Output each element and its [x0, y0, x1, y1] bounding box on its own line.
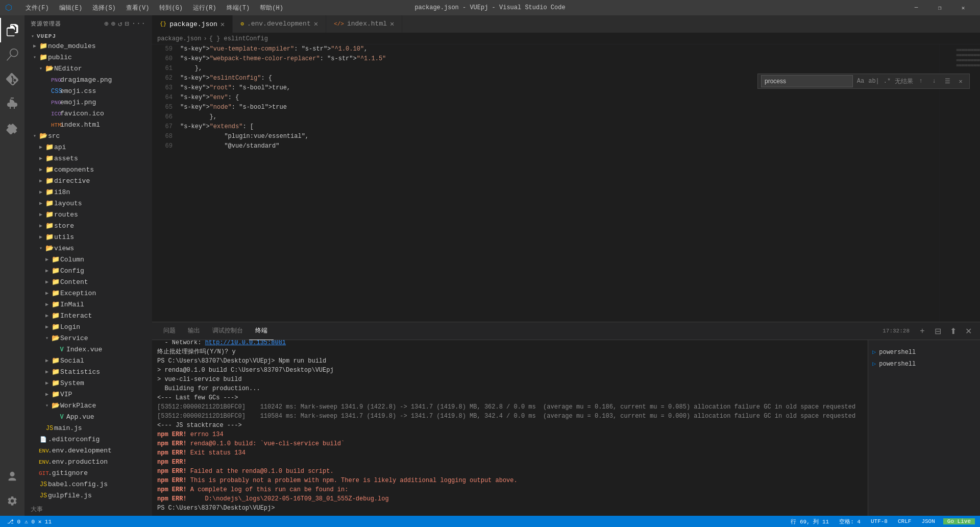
tree-item-App.vue[interactable]: VApp.vue — [24, 411, 152, 422]
extensions-activity-icon[interactable] — [0, 116, 24, 140]
search-prev-button[interactable]: ↑ — [915, 76, 926, 87]
breadcrumb-part1[interactable]: package.json — [157, 35, 201, 42]
explorer-activity-icon[interactable] — [0, 18, 24, 42]
tree-item-VIP[interactable]: ▶📁VIP — [24, 389, 152, 400]
tab-debug-console[interactable]: 调试控制台 — [206, 322, 249, 340]
settings-activity-icon[interactable] — [0, 489, 24, 513]
tree-item-utils[interactable]: ▶📁utils — [24, 231, 152, 243]
tree-root[interactable]: ▾ VUEPJ — [24, 32, 152, 40]
menu-edit[interactable]: 编辑(E) — [54, 2, 88, 14]
tree-item-Column[interactable]: ▶📁Column — [24, 254, 152, 265]
tab-close-button[interactable]: ✕ — [220, 20, 225, 29]
tree-item-src[interactable]: ▾📂src — [24, 130, 152, 141]
menu-file[interactable]: 文件(F) — [20, 2, 54, 14]
git-activity-icon[interactable] — [0, 67, 24, 91]
status-language[interactable]: JSON — [919, 518, 937, 524]
search-next-button[interactable]: ↓ — [928, 76, 940, 87]
menu-goto[interactable]: 转到(G) — [154, 2, 188, 14]
tree-item-index.html[interactable]: HTMLindex.html — [24, 119, 152, 130]
new-folder-icon[interactable]: ⊕ — [111, 19, 115, 28]
tree-item-.gitignore[interactable]: GIT.gitignore — [24, 467, 152, 478]
tab-terminal[interactable]: 终端 — [249, 322, 274, 340]
tree-item-Index.vue[interactable]: VIndex.vue — [24, 344, 152, 355]
maximize-button[interactable]: ❐ — [928, 0, 951, 15]
collapse-all-icon[interactable]: ⊟ — [125, 19, 129, 28]
tree-item-Content[interactable]: ▶📁Content — [24, 276, 152, 288]
status-encoding[interactable]: UTF-8 — [869, 518, 890, 524]
terminal-content[interactable]: DONECompiled successfully in 1205ms App … — [152, 340, 868, 516]
tree-item-NEditor[interactable]: ▾📂NEditor — [24, 63, 152, 74]
menu-help[interactable]: 帮助(H) — [255, 2, 288, 14]
tab-index-html[interactable]: </>index.html✕ — [326, 15, 402, 33]
search-expand-button[interactable]: ☰ — [942, 76, 953, 87]
tree-item-.env.production[interactable]: ENV.env.production — [24, 456, 152, 467]
breadcrumb-part2[interactable]: { } eslintConfig — [209, 35, 268, 42]
tree-item-store[interactable]: ▶📁store — [24, 220, 152, 231]
tree-item-Statistics[interactable]: ▶📁Statistics — [24, 366, 152, 377]
tree-item-System[interactable]: ▶📁System — [24, 377, 152, 389]
match-word-button[interactable]: ab| — [868, 76, 879, 87]
account-activity-icon[interactable] — [0, 464, 24, 489]
menu-terminal[interactable]: 终端(T) — [222, 2, 255, 14]
tree-item-directive[interactable]: ▶📁directive — [24, 175, 152, 186]
tree-item-Service[interactable]: ▾📂Service — [24, 332, 152, 344]
search-activity-icon[interactable] — [0, 42, 24, 67]
menu-select[interactable]: 选择(S) — [87, 2, 121, 14]
status-spaces[interactable]: 空格: 4 — [837, 518, 863, 525]
tree-item-favicon.ico[interactable]: ICOfavicon.ico — [24, 108, 152, 119]
tab-close-button[interactable]: ✕ — [390, 19, 394, 28]
tree-item-views[interactable]: ▾📂views — [24, 243, 152, 254]
tree-item-public[interactable]: ▾📁public — [24, 52, 152, 63]
tab-close-button[interactable]: ✕ — [314, 19, 318, 28]
status-golive[interactable]: Go Live — [943, 518, 975, 524]
status-position[interactable]: 行 69, 列 11 — [789, 518, 831, 525]
tree-item-WorkPlace[interactable]: ▾📂WorkPlace — [24, 400, 152, 411]
new-file-icon[interactable]: ⊕ — [104, 19, 109, 28]
terminal-link[interactable]: http://10.0.0.135:8081 — [205, 340, 286, 346]
regex-button[interactable]: .* — [881, 76, 893, 87]
tab-env-dev[interactable]: ⚙.env.development✕ — [233, 15, 326, 33]
minimize-button[interactable]: ─ — [904, 0, 928, 15]
tree-item-emoji.css[interactable]: CSSemoji.css — [24, 85, 152, 97]
tree-item-.env.development[interactable]: ENV.env.development — [24, 445, 152, 456]
new-terminal-button[interactable]: + — [916, 324, 929, 338]
tree-item-gulpfile.js[interactable]: JSgulpfile.js — [24, 490, 152, 501]
refresh-icon[interactable]: ↺ — [118, 19, 122, 28]
search-close-button[interactable]: ✕ — [955, 76, 966, 87]
menu-view[interactable]: 查看(V) — [121, 2, 155, 14]
tab-package-json[interactable]: {}package.json✕ — [152, 15, 233, 33]
panel-close-button[interactable]: ✕ — [962, 324, 975, 338]
tree-item-Interact[interactable]: ▶📁Interact — [24, 310, 152, 321]
status-line-ending[interactable]: CRLF — [896, 518, 913, 524]
tree-item-layouts[interactable]: ▶📁layouts — [24, 198, 152, 209]
match-case-button[interactable]: Aa — [855, 76, 866, 87]
tab-problems[interactable]: 问题 — [157, 322, 182, 340]
terminal-list-item-0[interactable]: ▷powershell — [868, 346, 980, 358]
status-branch[interactable]: ⎇ 0 — [5, 518, 22, 525]
tree-item-routes[interactable]: ▶📁routes — [24, 209, 152, 220]
tree-item-components[interactable]: ▶📁components — [24, 164, 152, 175]
search-input[interactable] — [761, 75, 853, 87]
split-terminal-button[interactable]: ⊟ — [931, 324, 944, 338]
tree-item-i18n[interactable]: ▶📁i18n — [24, 186, 152, 198]
tree-item-assets[interactable]: ▶📁assets — [24, 153, 152, 164]
status-errors[interactable]: ⚠ 0 ✕ 11 — [22, 518, 54, 525]
tree-item-Config[interactable]: ▶📁Config — [24, 265, 152, 276]
tree-item-node_modules[interactable]: ▶📁node_modules — [24, 40, 152, 52]
tree-item-dragimage.png[interactable]: PNGdragimage.png — [24, 74, 152, 85]
tree-item-Social[interactable]: ▶📁Social — [24, 355, 152, 366]
tree-item-babel.config.js[interactable]: JSbabel.config.js — [24, 478, 152, 490]
menu-run[interactable]: 运行(R) — [188, 2, 222, 14]
tree-item-Login[interactable]: ▶📁Login — [24, 321, 152, 332]
tree-item-.editorconfig[interactable]: 📄.editorconfig — [24, 434, 152, 445]
close-button[interactable]: ✕ — [951, 0, 975, 15]
tree-item-api[interactable]: ▶📁api — [24, 141, 152, 153]
tree-item-Exception[interactable]: ▶📁Exception — [24, 288, 152, 299]
ellipsis-icon[interactable]: ··· — [132, 19, 146, 28]
tree-item-emoji.png[interactable]: PNGemoji.png — [24, 97, 152, 108]
panel-maximize-button[interactable]: ⬆ — [946, 324, 960, 338]
tree-item-InMail[interactable]: ▶📁InMail — [24, 299, 152, 310]
tab-output[interactable]: 输出 — [182, 322, 206, 340]
debug-activity-icon[interactable] — [0, 91, 24, 116]
tree-item-main.js[interactable]: JSmain.js — [24, 422, 152, 434]
